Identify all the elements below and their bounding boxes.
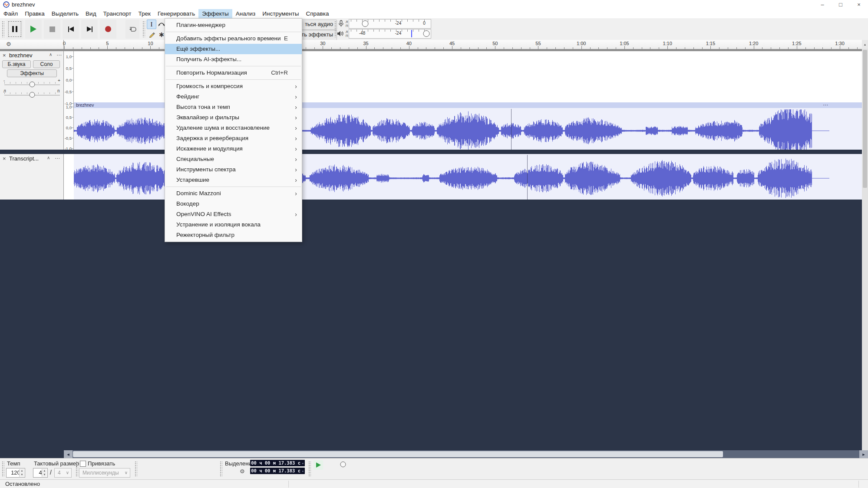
solo-button[interactable]: Соло (33, 60, 60, 68)
pan-slider-thumb[interactable] (30, 92, 35, 98)
play-speed-grip[interactable] (308, 461, 311, 477)
time-toolbar-grip[interactable] (2, 461, 4, 477)
menubar-item[interactable]: Файл (0, 9, 21, 18)
menu-item[interactable]: Добавить эффкты реального времениE (165, 33, 302, 44)
gain-slider-thumb[interactable] (30, 82, 35, 87)
scroll-left-arrow-icon[interactable]: ◂ (64, 450, 73, 458)
track-menu-icon[interactable]: ⋯ (56, 52, 62, 58)
submenu-arrow-icon: › (295, 112, 297, 123)
menu-item[interactable]: Громкость и компрессия› (165, 81, 302, 92)
track-separator[interactable] (0, 150, 868, 154)
snap-toolbar-grip[interactable] (76, 461, 78, 477)
meter-volume-knob[interactable] (362, 20, 369, 27)
horizontal-scrollbar[interactable]: ◂ ▸ (0, 450, 868, 458)
menu-item[interactable]: Вокодер (165, 199, 302, 209)
track-collapse-icon[interactable]: ∧ (49, 52, 52, 57)
track-close-icon[interactable]: × (3, 52, 6, 59)
loop-button[interactable] (125, 20, 139, 39)
ts-spin-arrows-icon[interactable]: ▲▼ (42, 469, 47, 477)
menu-item[interactable]: Ещё эффекты... (165, 44, 302, 54)
menu-item[interactable]: Инструменты спектра› (165, 164, 302, 175)
clip-menu-icon[interactable]: ⋯ (823, 102, 828, 108)
vertical-scrollbar[interactable] (862, 49, 868, 450)
scroll-right-arrow-icon[interactable]: ▸ (859, 450, 868, 458)
label-track-menu-icon[interactable]: ⋯ (55, 155, 60, 161)
menu-item[interactable]: Искажение и модуляция› (165, 144, 302, 154)
play-button[interactable] (25, 20, 42, 39)
skip-to-start-button[interactable] (63, 20, 79, 39)
menubar-item[interactable]: Анализ (232, 9, 259, 18)
vscroll-thumb[interactable] (863, 50, 867, 188)
menu-item[interactable]: Задержка и реверберация› (165, 133, 302, 144)
meter-volume-knob[interactable] (423, 30, 430, 37)
menu-item[interactable]: Устранение и изоляция вокала (165, 219, 302, 230)
menu-item[interactable]: OpenVINO AI Effects› (165, 209, 302, 219)
menubar-item[interactable]: Эффекты (198, 9, 232, 18)
menubar-item[interactable]: Правка (21, 9, 48, 18)
amplitude-label: -0,5 (65, 89, 72, 94)
clip-name: brezhnev (74, 103, 94, 108)
draw-tool-button[interactable] (147, 29, 156, 39)
track-effects-button[interactable]: Эффекты (7, 69, 57, 77)
label-track-close-icon[interactable]: × (3, 155, 6, 162)
time-display-grip[interactable] (135, 461, 137, 477)
menubar-item[interactable]: Трек (135, 9, 154, 18)
menubar-item[interactable]: Справка (302, 9, 332, 18)
menu-item[interactable]: Устаревшие› (165, 175, 302, 185)
record-meter[interactable]: -240 (349, 19, 431, 29)
menubar-item[interactable]: Выделить (48, 9, 82, 18)
selection-tool-button[interactable]: I (147, 20, 156, 29)
menu-item[interactable]: Получить AI-эффекты... (165, 54, 302, 65)
menu-item[interactable]: Фейдинг› (165, 92, 302, 102)
label-track-name[interactable]: Transcript... (9, 155, 39, 162)
tempo-spinbox[interactable]: 120 ▲▼ (6, 468, 25, 478)
record-button[interactable] (100, 20, 116, 39)
pause-button[interactable] (7, 20, 23, 39)
menubar-item[interactable]: Вид (82, 9, 99, 18)
scroll-up-arrow-icon[interactable]: ▴ (862, 40, 868, 49)
menubar-item[interactable]: Транспорт (100, 9, 135, 18)
ts-numerator-spinbox[interactable]: 4 ▲▼ (33, 468, 48, 478)
tempo-spin-arrows-icon[interactable]: ▲▼ (19, 469, 24, 477)
menu-item[interactable]: Специальные› (165, 154, 302, 164)
menu-item[interactable]: Плагин-менеджер (165, 20, 302, 30)
close-button[interactable]: × (850, 0, 868, 9)
selection-settings-gear-icon[interactable]: ⚙ (240, 468, 245, 475)
hscroll-thumb[interactable] (73, 451, 723, 457)
timeline-ruler[interactable]: ⚙ 05101520253035404550551:001:051:101:15… (0, 40, 868, 49)
transport-toolbar-grip[interactable] (2, 21, 4, 37)
menu-item[interactable]: Режекторный фильтр (165, 230, 302, 240)
skip-to-end-button[interactable] (81, 20, 98, 39)
minimize-button[interactable]: – (813, 0, 832, 9)
submenu-arrow-icon: › (295, 92, 297, 102)
menu-item-label: Вокодер (176, 200, 199, 207)
menu-item[interactable]: Высота тона и темп› (165, 102, 302, 112)
selection-start-field[interactable]: 00 ч 00 м 17.383 с▾ (250, 460, 305, 466)
play-at-speed-button[interactable] (314, 460, 323, 470)
menubar-item[interactable]: Генерировать (154, 9, 198, 18)
tools-toolbar-grip[interactable] (142, 21, 145, 37)
mute-button[interactable]: Б.звука (2, 60, 31, 68)
selection-toolbar-grip[interactable] (220, 461, 222, 477)
stop-button[interactable] (44, 20, 60, 39)
track-name[interactable]: brezhnev (9, 52, 32, 59)
timeline-tick-label: 1:30 (835, 41, 844, 46)
menu-item[interactable]: Dominic Mazzoni› (165, 188, 302, 199)
maximize-button[interactable]: □ (832, 0, 850, 9)
snap-checkbox[interactable] (80, 461, 86, 467)
label-track-collapse-icon[interactable]: ∧ (47, 155, 50, 160)
meter-tick (368, 29, 368, 32)
meter-tick (402, 29, 402, 32)
timeline-tick (495, 46, 495, 49)
menubar-item[interactable]: Инструменты (259, 9, 302, 18)
menu-item[interactable]: Повторить НормализацияCtrl+R (165, 68, 302, 78)
playback-meter[interactable]: -48-24 (349, 29, 431, 39)
hscroll-track[interactable]: ◂ ▸ (64, 450, 868, 458)
audacity-window: brezhnev – □ × ФайлПравкаВыделитьВидТран… (0, 0, 868, 488)
ts-denominator-dropdown[interactable]: 4 ∨ (54, 468, 72, 478)
menu-item[interactable]: Эквалайзер и фильтры› (165, 112, 302, 123)
snap-mode-dropdown[interactable]: Миллисекунды ∨ (79, 468, 130, 478)
selection-end-field[interactable]: 00 ч 00 м 17.383 с▾ (250, 468, 305, 474)
menu-item[interactable]: Удаление шума и восстановление› (165, 123, 302, 133)
play-speed-slider-thumb[interactable] (340, 462, 346, 467)
